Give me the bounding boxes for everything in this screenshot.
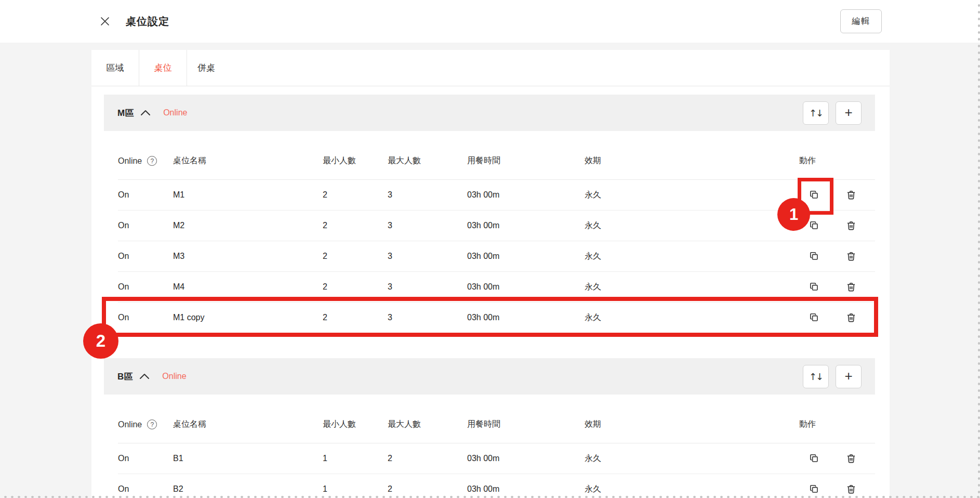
copy-button[interactable] [807,189,820,201]
min-people: 1 [323,484,388,494]
table-name: B2 [173,484,323,494]
copy-button[interactable] [807,452,820,465]
table-row: On M2 2 3 03h 00m 永久 [118,211,875,241]
trash-icon [845,483,857,495]
copy-button[interactable] [807,250,820,263]
reorder-button[interactable]: ↑↓ [803,101,829,125]
min-people: 1 [323,454,388,463]
plus-icon: + [844,106,852,119]
section-m-table: Online ? 桌位名稱 最小人數 最大人數 用餐時間 效期 動作 On M1… [118,131,875,333]
add-table-button[interactable]: + [836,101,862,125]
delete-button[interactable] [845,219,857,232]
copy-button[interactable] [807,483,820,495]
table-row: On M4 2 3 03h 00m 永久 [118,272,875,303]
dining-time: 03h 00m [467,484,585,494]
min-people: 2 [323,221,388,230]
col-time: 用餐時間 [467,419,585,430]
tab-area[interactable]: 區域 [91,50,139,86]
section-b-label: B區 [117,371,133,383]
max-people: 3 [388,252,467,261]
table-header-row: Online ? 桌位名稱 最小人數 最大人數 用餐時間 效期 動作 [118,131,875,180]
col-online: Online ? [118,420,173,429]
table-body: On M1 2 3 03h 00m 永久 [118,180,875,333]
col-online-label: Online [118,156,142,166]
edit-button[interactable]: 編輯 [840,9,882,33]
delete-button[interactable] [845,250,857,263]
help-icon[interactable]: ? [147,420,157,429]
col-name: 桌位名稱 [173,155,323,166]
col-min: 最小人數 [323,155,388,166]
copy-icon [808,251,819,262]
copy-icon [808,189,819,201]
col-name: 桌位名稱 [173,419,323,430]
col-min: 最小人數 [323,419,388,430]
tab-tables[interactable]: 桌位 [139,50,187,86]
copy-button[interactable] [807,219,820,232]
table-name: M3 [173,252,323,261]
col-validity: 效期 [585,155,799,166]
row-actions [799,483,875,495]
delete-button[interactable] [845,483,857,495]
section-b-header: B區 Online ↑↓ + [104,358,875,395]
online-status: On [118,221,173,230]
close-icon[interactable] [99,15,111,28]
table-body: On B1 1 2 03h 00m 永久 [118,443,875,498]
page-title: 桌位設定 [126,0,169,43]
validity: 永久 [585,312,799,323]
copy-icon [808,312,819,323]
copy-button[interactable] [807,281,820,293]
table-name: B1 [173,454,323,463]
tab-bar: 區域 桌位 併桌 [91,50,890,86]
delete-button[interactable] [845,311,857,324]
capture-edge-right [976,0,980,498]
copy-icon [808,453,819,464]
row-actions [799,311,875,324]
top-bar: 桌位設定 編輯 [0,0,980,43]
max-people: 3 [388,190,467,200]
max-people: 3 [388,221,467,230]
section-m-label: M區 [117,107,134,119]
section-m: M區 Online ↑↓ + Online ? 桌位名稱 最小人數 最大人數 [104,95,875,333]
dining-time: 03h 00m [467,313,585,322]
row-actions [799,219,875,232]
table-row: On B1 1 2 03h 00m 永久 [118,443,875,474]
min-people: 2 [323,313,388,322]
col-online: Online ? [118,156,173,166]
min-people: 2 [323,252,388,261]
sections-container: M區 Online ↑↓ + Online ? 桌位名稱 最小人數 最大人數 [91,86,890,498]
col-action: 動作 [799,155,875,166]
table-row: On M3 2 3 03h 00m 永久 [118,241,875,272]
validity: 永久 [585,251,799,262]
trash-icon [845,281,857,293]
validity: 永久 [585,484,799,495]
online-status: On [118,252,173,261]
help-icon[interactable]: ? [147,156,157,166]
chevron-up-icon[interactable] [139,107,152,119]
col-online-label: Online [118,420,142,429]
delete-button[interactable] [845,452,857,465]
tab-merge-tables[interactable]: 併桌 [187,50,215,86]
trash-icon [845,220,857,231]
online-status: On [118,190,173,200]
min-people: 2 [323,282,388,292]
reorder-button[interactable]: ↑↓ [803,365,829,388]
chevron-up-icon[interactable] [138,370,151,383]
trash-icon [845,189,857,201]
section-b: B區 Online ↑↓ + Online ? 桌位名稱 最小人數 最大人數 [104,358,875,498]
trash-icon [845,453,857,464]
max-people: 2 [388,454,467,463]
row-actions [799,250,875,263]
section-b-status: Online [162,372,186,381]
min-people: 2 [323,190,388,200]
validity: 永久 [585,220,799,231]
copy-button[interactable] [807,311,820,324]
col-max: 最大人數 [388,155,467,166]
delete-button[interactable] [845,189,857,201]
row-actions [799,452,875,465]
section-b-table: Online ? 桌位名稱 最小人數 最大人數 用餐時間 效期 動作 On B1… [118,395,875,498]
online-status: On [118,313,173,322]
max-people: 3 [388,282,467,292]
validity: 永久 [585,453,799,464]
delete-button[interactable] [845,281,857,293]
add-table-button[interactable]: + [836,365,862,388]
